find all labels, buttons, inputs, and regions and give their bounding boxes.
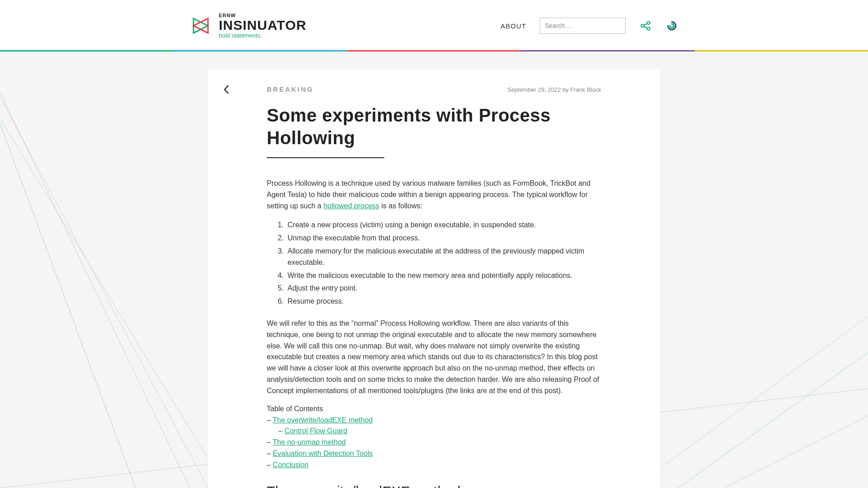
table-of-contents: Table of Contents – The overwrite/loadEX… (267, 405, 601, 471)
step-item: Unmap the executable from that process. (286, 233, 601, 244)
hollowed-process-link[interactable]: hollowed process (323, 202, 379, 210)
step-item: Adjust the entry point. (286, 283, 601, 294)
intro-paragraph: Process Hollowing is a technique used by… (267, 178, 601, 211)
toc-item: – The overwrite/loadEXE method (267, 415, 601, 426)
svg-point-1 (641, 24, 644, 28)
toc-link-overwrite[interactable]: The overwrite/loadEXE method (273, 416, 373, 424)
share-icon[interactable] (639, 19, 652, 32)
step-item: Allocate memory for the malicious execut… (286, 246, 601, 268)
site-logo[interactable]: ERNW INSINUATOR bold statements. (190, 13, 307, 39)
article-meta: September 29, 2022 by Frank Block (508, 86, 601, 93)
workflow-steps: Create a new process (victim) using a be… (286, 220, 601, 307)
search-input[interactable] (540, 18, 626, 34)
article-title: Some experiments with Process Hollowing (267, 104, 601, 149)
about-link[interactable]: ABOUT (500, 22, 526, 30)
svg-point-2 (647, 27, 650, 30)
color-stripe (0, 50, 868, 52)
title-underline (267, 157, 384, 158)
toc-link-eval[interactable]: Evaluation with Detection Tools (273, 450, 373, 457)
logo-icon (190, 15, 212, 37)
paragraph-2: We will refer to this as the “normal” Pr… (267, 318, 601, 397)
toc-item: – Conclusion (267, 460, 601, 471)
toc-link-conclusion[interactable]: Conclusion (273, 461, 308, 469)
logo-text: ERNW INSINUATOR bold statements. (219, 13, 307, 39)
toc-heading: Table of Contents (267, 405, 601, 413)
section-heading-overwrite: The overwrite/loadEXE method (267, 483, 601, 488)
svg-point-0 (647, 21, 650, 24)
article-author[interactable]: Frank Block (570, 86, 601, 93)
article: BREAKING September 29, 2022 by Frank Blo… (208, 69, 660, 488)
step-item: Resume process. (286, 296, 601, 307)
swirl-icon[interactable] (665, 19, 678, 32)
logo-tagline: bold statements. (219, 33, 307, 39)
category-label[interactable]: BREAKING (267, 85, 314, 93)
toc-link-nounmap[interactable]: The no-unmap method (273, 438, 346, 446)
logo-main: INSINUATOR (219, 18, 307, 33)
toc-link-cfg[interactable]: Control Flow Guard (284, 427, 347, 435)
step-item: Write the malicious executable to the ne… (286, 270, 601, 282)
toc-item: – Evaluation with Detection Tools (267, 448, 601, 460)
top-bar: ERNW INSINUATOR bold statements. ABOUT (0, 0, 868, 53)
toc-item: – The no-unmap method (267, 437, 601, 448)
step-item: Create a new process (victim) using a be… (286, 220, 601, 231)
article-date: September 29, 2022 (508, 86, 561, 93)
toc-item: – Control Flow Guard (267, 426, 601, 437)
back-chevron-icon[interactable] (223, 84, 230, 97)
